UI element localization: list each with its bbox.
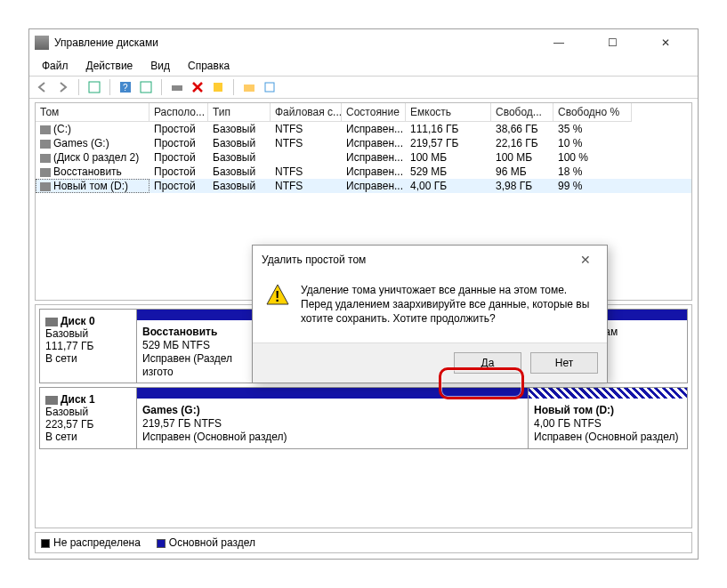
- back-icon[interactable]: [35, 79, 51, 95]
- col-freepct[interactable]: Свободно %: [553, 103, 632, 122]
- disk-info[interactable]: Диск 0Базовый111,77 ГБВ сети: [39, 310, 137, 383]
- table-row[interactable]: ВосстановитьПростойБазовыйNTFSИсправен..…: [36, 165, 691, 179]
- disk-row: Диск 1Базовый223,57 ГБВ сетиGames (G:)21…: [39, 387, 688, 449]
- delete-volume-dialog: Удалить простой том ✕ ! Удаление тома ун…: [252, 245, 608, 383]
- menu-view[interactable]: Вид: [143, 58, 177, 74]
- legend: Не распределена Основной раздел: [35, 532, 692, 553]
- legend-unallocated: Не распределена: [41, 536, 141, 549]
- col-volume[interactable]: Том: [36, 103, 149, 122]
- svg-text:!: !: [275, 289, 279, 304]
- yes-button[interactable]: Да: [454, 352, 521, 374]
- svg-rect-5: [214, 83, 222, 92]
- forward-icon[interactable]: [55, 79, 71, 95]
- minimize-button[interactable]: —: [541, 33, 577, 52]
- svg-rect-0: [89, 82, 100, 93]
- table-row[interactable]: (Диск 0 раздел 2)ПростойБазовыйИсправен.…: [36, 150, 691, 165]
- table-row[interactable]: Games (G:)ПростойБазовыйNTFSИсправен...2…: [36, 136, 691, 150]
- help-icon[interactable]: ?: [117, 79, 133, 95]
- col-type[interactable]: Тип: [208, 103, 271, 122]
- partition[interactable]: Games (G:)219,57 ГБ NTFSИсправен (Основн…: [137, 388, 529, 448]
- partition[interactable]: Восстановить529 МБ NTFSИсправен (Раздел …: [137, 310, 253, 383]
- table-header: Том Располо... Тип Файловая с... Состоян…: [36, 103, 691, 122]
- menu-action[interactable]: Действие: [79, 58, 141, 74]
- no-button[interactable]: Нет: [530, 352, 598, 374]
- partition[interactable]: Новый том (D:)4,00 ГБ NTFSИсправен (Осно…: [529, 388, 687, 448]
- table-row[interactable]: (C:)ПростойБазовыйNTFSИсправен...111,16 …: [36, 122, 691, 136]
- disk-info[interactable]: Диск 1Базовый223,57 ГБВ сети: [39, 388, 137, 449]
- col-free[interactable]: Свобод...: [491, 103, 553, 122]
- titlebar: Управление дисками — ☐ ✕: [29, 29, 698, 56]
- svg-rect-7: [265, 83, 274, 92]
- action-icon[interactable]: [210, 79, 226, 95]
- table-row[interactable]: Новый том (D:)ПростойБазовыйNTFSИсправен…: [36, 179, 691, 193]
- maximize-button[interactable]: ☐: [594, 33, 630, 52]
- folder-icon[interactable]: [241, 79, 257, 95]
- col-capacity[interactable]: Емкость: [406, 103, 491, 122]
- window-title: Управление дисками: [54, 36, 541, 49]
- svg-rect-6: [244, 85, 254, 92]
- refresh-icon[interactable]: [138, 79, 154, 95]
- menu-file[interactable]: Файл: [35, 58, 76, 74]
- col-status[interactable]: Состояние: [342, 103, 406, 122]
- dialog-close-button[interactable]: ✕: [573, 253, 598, 267]
- menu-help[interactable]: Справка: [181, 58, 237, 74]
- disk-icon[interactable]: [169, 79, 185, 95]
- col-filesystem[interactable]: Файловая с...: [271, 103, 342, 122]
- toolbar: ?: [29, 76, 698, 99]
- dialog-titlebar: Удалить простой том ✕: [253, 246, 607, 274]
- svg-text:?: ?: [123, 83, 128, 93]
- dialog-buttons: Да Нет: [253, 342, 607, 383]
- svg-rect-3: [141, 82, 151, 93]
- properties-icon[interactable]: [262, 79, 278, 95]
- dialog-message: Удаление тома уничтожает все данные на э…: [301, 283, 594, 326]
- delete-icon[interactable]: [190, 79, 206, 95]
- menubar: Файл Действие Вид Справка: [29, 56, 698, 76]
- svg-rect-4: [172, 85, 182, 91]
- col-layout[interactable]: Располо...: [149, 103, 208, 122]
- app-icon: [35, 36, 49, 50]
- warning-icon: !: [265, 283, 290, 308]
- dialog-title: Удалить простой том: [262, 254, 573, 266]
- table-view-icon[interactable]: [86, 79, 102, 95]
- legend-primary: Основной раздел: [157, 536, 255, 549]
- close-button[interactable]: ✕: [648, 33, 683, 52]
